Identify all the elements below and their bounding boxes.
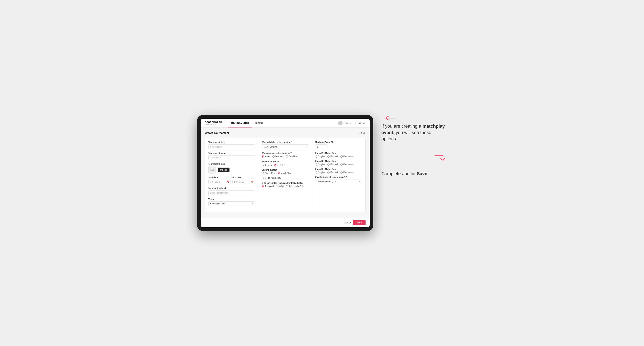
round-3[interactable]: 3 <box>274 164 278 166</box>
teams-radio[interactable] <box>262 185 264 187</box>
teams-option[interactable]: Teams (+Individuals) <box>262 185 284 187</box>
api-tag: Leaderboard King ✕ ▾ <box>315 179 362 184</box>
gender-womens[interactable]: Womens <box>272 155 284 158</box>
round2-fourball-radio[interactable] <box>328 163 330 166</box>
section-venue: Venue Search golf club <box>208 198 255 206</box>
round-4[interactable]: 4 <box>280 164 285 166</box>
round1-foursomes-radio[interactable] <box>340 155 342 158</box>
round-4-radio[interactable] <box>280 164 283 166</box>
image-icon <box>210 168 214 172</box>
round3-singles[interactable]: Singles <box>315 171 325 173</box>
round1-singles[interactable]: Singles <box>315 155 325 158</box>
round-3-radio[interactable] <box>274 164 276 166</box>
round3-foursomes-radio[interactable] <box>340 171 342 173</box>
top-nav: SCOREBOARD Powered by clippit TOURNAMENT… <box>201 119 370 128</box>
api-selected-value: Leaderboard King <box>317 180 333 183</box>
scoring-stroke-radio[interactable] <box>262 172 264 174</box>
sponsor-input[interactable] <box>208 190 255 195</box>
venue-label: Venue <box>208 198 255 200</box>
round-2[interactable]: 2 <box>268 164 272 166</box>
teams-radio-group: Teams (+Individuals) Individuals Only <box>262 185 308 187</box>
max-team-size-label: Maximum Team Size <box>315 141 362 144</box>
upload-button[interactable]: Upload <box>218 168 230 172</box>
round-1[interactable]: 1 <box>262 164 266 166</box>
individuals-radio[interactable] <box>286 185 288 187</box>
scoring-match[interactable]: Match Play <box>278 172 291 174</box>
round3-fourball-radio[interactable] <box>328 171 330 173</box>
gender-mens[interactable]: Mens <box>262 155 270 158</box>
annotation-top-group: If you are creating a matchplay event, y… <box>382 115 447 142</box>
brand-title: SCOREBOARD <box>205 121 222 123</box>
sign-out-link[interactable]: Sign out <box>358 122 366 124</box>
cancel-button[interactable]: Cancel <box>344 221 351 224</box>
brand: SCOREBOARD Powered by clippit <box>205 121 222 125</box>
tablet-screen: SCOREBOARD Powered by clippit TOURNAMENT… <box>201 119 370 227</box>
tournament-host-input[interactable] <box>208 145 255 149</box>
tournament-name-label: Tournament name <box>208 152 255 154</box>
end-date-group: End date 📅 <box>232 176 255 184</box>
tab-tournaments[interactable]: TOURNAMENTS <box>228 119 252 128</box>
scoring-medal[interactable]: Medal Match Play <box>262 177 281 179</box>
section-dates: Start date 📅 End date <box>208 176 255 184</box>
round2-foursomes-radio[interactable] <box>340 163 342 166</box>
round1-fourball[interactable]: Fourball <box>328 155 338 158</box>
save-button[interactable]: Save <box>353 220 366 225</box>
gender-combined[interactable]: Combined <box>286 155 298 158</box>
back-link[interactable]: ‹ Back <box>359 132 365 134</box>
individuals-option[interactable]: Individuals Only <box>286 185 304 187</box>
gender-combined-radio[interactable] <box>286 155 288 158</box>
tab-teams[interactable]: TEAMS <box>252 119 266 128</box>
logo-placeholder <box>208 166 216 173</box>
annotation-bottom-text: Complete and hit Save. <box>382 171 447 177</box>
round3-singles-radio[interactable] <box>315 171 318 173</box>
section-max-team-size: Maximum Team Size <box>315 141 362 149</box>
section-round3-match: Round 3 - Match Type Singles Fourball <box>315 168 362 173</box>
round-1-radio[interactable] <box>262 164 264 166</box>
division-select[interactable]: NCAA Division I NCAA Division II NCAA Di… <box>262 145 308 149</box>
scoring-medal-radio[interactable] <box>262 177 264 179</box>
scoring-stroke[interactable]: Stroke Play <box>262 172 275 174</box>
section-tournament-logo: Tournament logo Upload <box>208 163 255 173</box>
rounds-radio-group: 1 2 3 <box>262 164 308 166</box>
gender-womens-radio[interactable] <box>272 155 274 158</box>
calendar-icon: 📅 <box>227 181 229 183</box>
gender-mens-radio[interactable] <box>262 155 264 158</box>
annotations: If you are creating a matchplay event, y… <box>382 115 447 177</box>
page-title: Create Tournament <box>205 131 229 134</box>
api-label: Use third-party live scoring API? <box>315 176 362 178</box>
round2-singles[interactable]: Singles <box>315 163 325 166</box>
round2-singles-radio[interactable] <box>315 163 318 166</box>
round2-foursomes[interactable]: Foursomes <box>340 163 354 166</box>
max-team-size-input[interactable] <box>315 145 328 149</box>
tournament-host-label: Tournament Host <box>208 141 255 144</box>
annotation-top-text: If you are creating a matchplay event, y… <box>382 123 447 142</box>
venue-select[interactable]: Search golf club <box>208 201 255 206</box>
section-api: Use third-party live scoring API? Leader… <box>315 176 362 184</box>
section-tournament-name: Tournament name <box>208 152 255 160</box>
rounds-label: Number of rounds <box>262 161 308 163</box>
form-col-3: Maximum Team Size Round 1 - Match Type S… <box>312 138 365 212</box>
outer-wrapper: SCOREBOARD Powered by clippit TOURNAMENT… <box>179 115 466 231</box>
scoring-match-radio[interactable] <box>278 172 280 174</box>
gender-label: Which gender is the event for? <box>262 152 308 154</box>
round3-fourball[interactable]: Fourball <box>328 171 338 173</box>
form-col-1: Tournament Host Tournament name Tourname… <box>205 138 258 212</box>
user-name: Test User <box>345 122 353 124</box>
main-content: Create Tournament ‹ Back Tournament Host <box>201 128 370 218</box>
section-round2-match: Round 2 - Match Type Singles Fourball <box>315 160 362 166</box>
gender-radio-group: Mens Womens Combined <box>262 155 308 158</box>
tournament-logo-label: Tournament logo <box>208 163 255 165</box>
api-dropdown-arrow[interactable]: ▾ <box>359 181 360 183</box>
round1-fourball-radio[interactable] <box>328 155 330 158</box>
api-clear-button[interactable]: ✕ <box>334 180 336 183</box>
round3-foursomes[interactable]: Foursomes <box>340 171 354 173</box>
round2-fourball[interactable]: Fourball <box>328 163 338 166</box>
round-2-radio[interactable] <box>268 164 270 166</box>
arrow-bottom-icon <box>431 154 447 163</box>
annotation-save-bold: Save. <box>417 171 429 176</box>
round1-singles-radio[interactable] <box>315 155 318 158</box>
form-grid: Tournament Host Tournament name Tourname… <box>205 138 366 212</box>
round1-foursomes[interactable]: Foursomes <box>340 155 354 158</box>
round2-match-options: Singles Fourball Foursomes <box>315 163 362 166</box>
tournament-name-input[interactable] <box>208 155 255 160</box>
